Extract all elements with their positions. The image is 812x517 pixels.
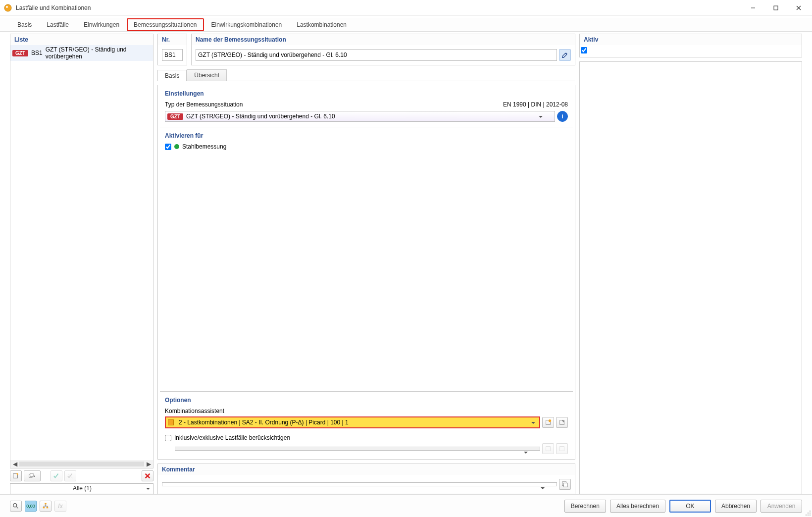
alles-berechnen-button[interactable]: Alles berechnen (610, 500, 665, 513)
svg-rect-23 (47, 507, 49, 508)
delete-button[interactable] (142, 470, 153, 481)
nr-panel: Nr. (157, 34, 187, 65)
list-panel: Liste GZT BS1 GZT (STR/GEO) - Ständig un… (10, 34, 153, 468)
inklusive-new-button (542, 443, 554, 454)
inklusive-label: Inklusive/exklusive Lastfälle berücksich… (174, 434, 290, 441)
anwenden-button[interactable]: Anwenden (761, 500, 802, 513)
titlebar: Lastfälle und Kombinationen (0, 0, 812, 16)
svg-point-25 (808, 513, 809, 514)
svg-point-0 (4, 4, 11, 11)
inklusive-checkbox[interactable]: Inklusive/exklusive Lastfälle berücksich… (165, 434, 568, 441)
list-item[interactable]: GZT BS1 GZT (STR/GEO) - Ständig und vorü… (10, 45, 153, 61)
svg-line-20 (16, 506, 18, 508)
info-button[interactable]: i (557, 111, 568, 122)
svg-rect-22 (43, 507, 45, 508)
aktivieren-section: Aktivieren für Stahlbemessung (158, 127, 575, 155)
close-button[interactable] (787, 0, 810, 15)
right-empty-panel (579, 61, 802, 494)
svg-point-27 (806, 515, 807, 516)
resize-grip[interactable] (804, 509, 811, 516)
bottom-bar: 0,00 fx Berechnen Alles berechnen OK Abb… (0, 494, 812, 517)
optionen-title: Optionen (165, 397, 568, 404)
svg-point-29 (810, 515, 811, 516)
typ-value: GZT (STR/GEO) - Ständig und vorübergehen… (186, 113, 335, 120)
maximize-button[interactable] (764, 0, 787, 15)
svg-rect-16 (560, 447, 564, 451)
assistent-edit-button[interactable] (556, 417, 568, 428)
svg-point-13 (549, 419, 551, 422)
uncheck-button[interactable] (64, 470, 76, 481)
einstellungen-title: Einstellungen (165, 90, 568, 97)
nr-input[interactable] (162, 49, 183, 61)
tab-basis[interactable]: Basis (10, 18, 39, 31)
svg-rect-21 (45, 503, 47, 504)
assistent-new-button[interactable] (542, 417, 554, 428)
aktiv-panel: Aktiv (579, 34, 802, 57)
search-tool-button[interactable] (10, 501, 22, 512)
list-body[interactable]: GZT BS1 GZT (STR/GEO) - Ständig und vorü… (10, 45, 153, 468)
kommentar-panel: Kommentar (157, 464, 575, 494)
green-dot-icon (174, 144, 179, 149)
gzt-badge: GZT (167, 113, 183, 120)
tab-bemessungssituationen[interactable]: Bemessungssituationen (127, 18, 203, 31)
stahlbemessung-check-input[interactable] (165, 144, 171, 150)
check-button[interactable] (51, 470, 62, 481)
main-tabstrip: Basis Lastfälle Einwirkungen Bemessungss… (0, 18, 812, 32)
typ-label: Typ der Bemessungssituation (165, 101, 243, 108)
abbrechen-button[interactable]: Abbrechen (715, 500, 757, 513)
scroll-left-icon[interactable]: ◀ (11, 461, 18, 467)
ok-button[interactable]: OK (669, 500, 711, 513)
orange-square-icon (168, 419, 174, 425)
window-title: Lastfälle und Kombinationen (16, 4, 742, 11)
app-icon (4, 4, 12, 12)
item-code: BS1 (31, 50, 43, 56)
units-tool-button[interactable]: 0,00 (25, 501, 37, 512)
tab-lastkombinationen[interactable]: Lastkombinationen (289, 18, 354, 31)
copy-item-button[interactable] (24, 470, 41, 481)
kommentar-button[interactable] (559, 479, 571, 490)
optionen-section: Optionen Kombinationsassistent 2 - Lastk… (158, 392, 575, 459)
edit-name-button[interactable] (559, 49, 571, 61)
stahlbemessung-checkbox[interactable]: Stahlbemessung (165, 143, 568, 150)
tree-tool-button[interactable] (40, 501, 51, 512)
svg-point-19 (13, 503, 17, 507)
new-item-button[interactable] (10, 470, 22, 481)
svg-rect-3 (774, 6, 778, 10)
function-tool-button[interactable]: fx (54, 501, 66, 512)
svg-rect-18 (563, 483, 567, 487)
subtab-basis[interactable]: Basis (157, 70, 187, 81)
inklusive-combo (175, 447, 540, 451)
assistent-label: Kombinationsassistent (165, 408, 568, 414)
item-text: GZT (STR/GEO) - Ständig und vorübergehen (46, 46, 151, 60)
svg-point-28 (808, 515, 809, 516)
list-toolbar (10, 468, 153, 483)
assistent-combo[interactable]: 2 - Lastkombinationen | SA2 - II. Ordnun… (165, 416, 540, 428)
aktivieren-title: Aktivieren für (165, 132, 568, 139)
svg-point-24 (810, 511, 811, 512)
sub-tabstrip: Basis Übersicht (157, 69, 575, 81)
svg-rect-15 (546, 447, 551, 451)
tab-einwirkungen[interactable]: Einwirkungen (76, 18, 127, 31)
typ-combo[interactable]: GZT GZT (STR/GEO) - Ständig und vorüberg… (165, 111, 555, 122)
list-scrollbar[interactable]: ◀ ▶ (10, 460, 153, 468)
stahlbemessung-label: Stahlbemessung (182, 143, 226, 150)
einstellungen-section: Einstellungen Typ der Bemessungssituatio… (158, 85, 575, 127)
svg-point-1 (6, 6, 8, 8)
berechnen-button[interactable]: Berechnen (564, 500, 606, 513)
inklusive-edit-button (556, 443, 568, 454)
svg-rect-8 (30, 473, 33, 476)
inklusive-check-input[interactable] (165, 435, 171, 441)
aktiv-checkbox[interactable] (581, 47, 587, 53)
tab-lastfaelle[interactable]: Lastfälle (39, 18, 76, 31)
kommentar-title: Kommentar (158, 464, 575, 475)
scroll-right-icon[interactable]: ▶ (145, 461, 152, 467)
gzt-badge: GZT (12, 50, 28, 56)
assistent-value: 2 - Lastkombinationen | SA2 - II. Ordnun… (179, 419, 349, 426)
basis-content: Einstellungen Typ der Bemessungssituatio… (157, 85, 575, 460)
name-input[interactable] (196, 49, 557, 61)
kommentar-combo[interactable] (162, 482, 557, 486)
minimize-button[interactable] (742, 0, 764, 15)
tab-einwirkungskombinationen[interactable]: Einwirkungskombinationen (204, 18, 290, 31)
filter-combo[interactable]: Alle (1) (10, 483, 153, 494)
subtab-uebersicht[interactable]: Übersicht (187, 69, 227, 81)
